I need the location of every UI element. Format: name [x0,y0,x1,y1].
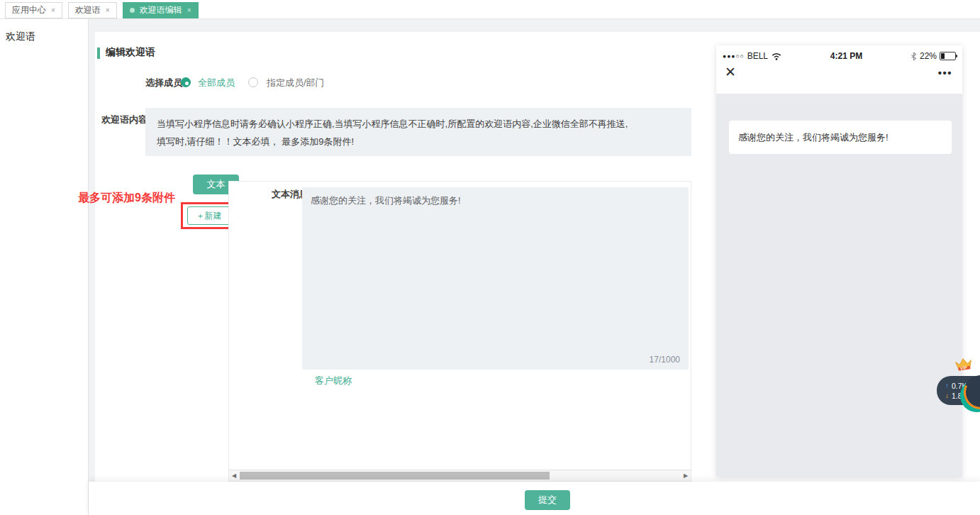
annotation-max-attachments: 最多可添加9条附件 [78,191,175,206]
phone-preview: ●●●○○ BELL 4:21 PM 22% ✕ ••• 感谢您的关注，我们将竭… [716,45,962,477]
tab-app-center[interactable]: 应用中心 × [5,2,62,18]
tab-welcome-message[interactable]: 欢迎语 × [68,2,117,18]
message-panel: 文本消息: 感谢您的关注，我们将竭诚为您服务! 17/1000 客户昵称 ◀ ▶ [228,181,691,482]
tab-label: 欢迎语 [75,3,101,18]
customer-nickname-link[interactable]: 客户昵称 [315,375,352,387]
sidebar-item-welcome-message[interactable]: 欢迎语 [6,31,35,43]
download-arrow-icon: ↓ [945,392,949,400]
horizontal-scrollbar[interactable]: ◀ ▶ [229,470,691,481]
tip-line-1: 当填写小程序信息时请务必确认小程序正确,当填写小程序信息不正确时,所配置的欢迎语… [157,115,680,133]
battery-icon [940,52,956,60]
radio-specific-members-label[interactable]: 指定成员/部门 [267,77,325,89]
scrollbar-left-arrow-icon[interactable]: ◀ [229,472,239,480]
message-editor: 感谢您的关注，我们将竭诚为您服务! 17/1000 [302,187,689,370]
char-counter: 17/1000 [650,355,680,365]
signal-dots-icon: ●●●○○ [723,52,745,60]
new-attachment-button[interactable]: ＋新建 [187,206,230,225]
sidebar: 欢迎语 [0,19,89,515]
tab-bar: 应用中心 × 欢迎语 × 欢迎语编辑 × [0,0,980,19]
member-select-label: 选择成员 [145,77,182,89]
page-title: 编辑欢迎语 [106,46,155,59]
bluetooth-icon [911,52,917,61]
upload-arrow-icon: ↑ [945,382,949,390]
active-dot-icon [130,8,135,13]
scrollbar-right-arrow-icon[interactable]: ▶ [681,472,691,480]
radio-all-members-label[interactable]: 全部成员 [198,77,235,89]
phone-status-bar: ●●●○○ BELL 4:21 PM 22% [716,50,962,62]
phone-time: 4:21 PM [830,51,862,61]
tip-line-2: 填写时,请仔细！！文本必填， 最多添加9条附件! [157,133,680,150]
wifi-icon [771,52,782,60]
tab-label: 应用中心 [12,3,46,18]
phone-chat-area: 感谢您的关注，我们将竭诚为您服务! [716,94,962,477]
submit-button[interactable]: 提交 [525,490,570,510]
radio-all-members[interactable] [181,77,191,87]
page: 应用中心 × 欢迎语 × 欢迎语编辑 × 欢迎语 编辑欢迎语 选择成员 全部成员… [0,0,980,515]
close-icon[interactable]: × [106,3,110,18]
chat-bubble: 感谢您的关注，我们将竭诚为您服务! [729,121,952,154]
close-icon[interactable]: × [51,3,55,18]
close-icon[interactable]: × [187,3,191,18]
tab-label: 欢迎语编辑 [140,3,182,18]
carrier-label: BELL [747,51,768,61]
welcome-content-tip: 当填写小程序信息时请务必确认小程序正确,当填写小程序信息不正确时,所配置的欢迎语… [145,108,691,156]
tab-welcome-message-edit[interactable]: 欢迎语编辑 × [123,2,199,18]
radio-specific-members[interactable] [248,77,258,87]
section-marker [97,48,100,59]
welcome-content-label: 欢迎语内容 [101,113,147,126]
scrollbar-thumb[interactable] [240,472,550,480]
message-textarea[interactable]: 感谢您的关注，我们将竭诚为您服务! [302,187,689,370]
battery-percent: 22% [920,51,937,61]
phone-menu-icon: ••• [938,67,952,79]
phone-close-icon: ✕ [725,64,736,80]
